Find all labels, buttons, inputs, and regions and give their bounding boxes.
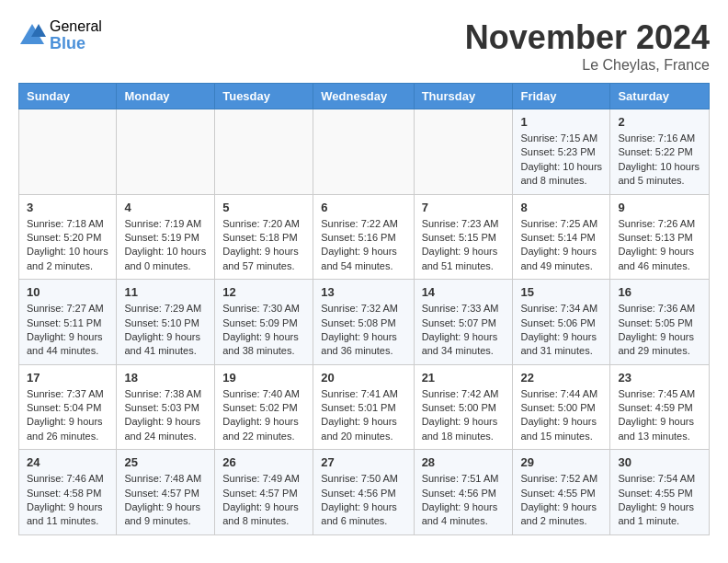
day-of-week-header: Tuesday: [215, 84, 313, 109]
day-info: Daylight: 10 hours and 5 minutes.: [618, 160, 701, 189]
title-section: November 2024 Le Cheylas, France: [465, 18, 710, 74]
calendar-cell: [19, 109, 117, 195]
day-info: Daylight: 9 hours and 24 minutes.: [124, 415, 207, 443]
calendar-cell: 1Sunrise: 7:15 AMSunset: 5:23 PMDaylight…: [513, 109, 610, 195]
day-number: 26: [222, 455, 305, 469]
day-info: Sunrise: 7:54 AM: [618, 472, 701, 486]
calendar-cell: [215, 109, 313, 195]
day-info: Daylight: 9 hours and 46 minutes.: [618, 245, 701, 273]
day-number: 19: [222, 371, 305, 385]
day-info: Sunset: 5:20 PM: [27, 231, 108, 245]
day-info: Daylight: 9 hours and 1 minute.: [618, 500, 701, 529]
day-info: Sunset: 5:03 PM: [124, 401, 207, 415]
calendar-cell: 17Sunrise: 7:37 AMSunset: 5:04 PMDayligh…: [19, 364, 117, 450]
day-number: 29: [520, 455, 602, 469]
day-number: 16: [618, 285, 701, 299]
day-of-week-header: Friday: [513, 84, 610, 109]
day-info: Daylight: 9 hours and 57 minutes.: [222, 245, 305, 273]
day-number: 30: [618, 455, 701, 469]
day-info: Sunset: 5:00 PM: [520, 401, 602, 415]
month-title: November 2024: [465, 18, 710, 57]
logo-blue: Blue: [50, 35, 102, 53]
day-info: Daylight: 9 hours and 2 minutes.: [520, 500, 602, 529]
day-number: 3: [27, 201, 108, 214]
day-info: Daylight: 9 hours and 36 minutes.: [321, 330, 405, 359]
day-info: Sunrise: 7:20 AM: [222, 217, 305, 231]
calendar-cell: [117, 109, 215, 195]
day-number: 21: [422, 371, 506, 385]
calendar-cell: 10Sunrise: 7:27 AMSunset: 5:11 PMDayligh…: [19, 280, 117, 365]
day-info: Sunset: 5:01 PM: [321, 401, 405, 415]
calendar-cell: [313, 109, 414, 195]
day-info: Sunrise: 7:25 AM: [520, 217, 602, 231]
logo-text: General Blue: [50, 18, 102, 52]
day-info: Sunrise: 7:38 AM: [124, 387, 207, 401]
day-number: 1: [520, 115, 602, 129]
day-info: Sunset: 4:55 PM: [520, 487, 602, 500]
day-info: Sunset: 5:04 PM: [27, 401, 108, 415]
day-of-week-header: Thursday: [414, 84, 513, 109]
day-info: Sunset: 5:02 PM: [222, 401, 305, 415]
day-info: Daylight: 9 hours and 20 minutes.: [321, 415, 405, 443]
day-info: Daylight: 9 hours and 34 minutes.: [422, 330, 506, 359]
day-info: Sunset: 5:10 PM: [124, 316, 207, 330]
day-info: Sunset: 5:13 PM: [618, 231, 701, 245]
day-info: Sunrise: 7:30 AM: [222, 302, 305, 316]
calendar-cell: 18Sunrise: 7:38 AMSunset: 5:03 PMDayligh…: [117, 364, 215, 450]
calendar-cell: 3Sunrise: 7:18 AMSunset: 5:20 PMDaylight…: [19, 194, 117, 280]
logo: General Blue: [18, 18, 102, 52]
day-info: Daylight: 9 hours and 49 minutes.: [520, 245, 602, 273]
calendar-cell: 29Sunrise: 7:52 AMSunset: 4:55 PMDayligh…: [513, 450, 610, 535]
location: Le Cheylas, France: [465, 57, 710, 74]
calendar-cell: [414, 109, 513, 195]
day-info: Sunrise: 7:32 AM: [321, 302, 405, 316]
day-info: Daylight: 9 hours and 13 minutes.: [618, 415, 701, 443]
day-info: Sunset: 4:55 PM: [618, 487, 701, 500]
day-info: Daylight: 10 hours and 2 minutes.: [27, 245, 108, 273]
calendar-cell: 16Sunrise: 7:36 AMSunset: 5:05 PMDayligh…: [610, 280, 710, 365]
calendar-cell: 6Sunrise: 7:22 AMSunset: 5:16 PMDaylight…: [313, 194, 414, 280]
calendar-cell: 13Sunrise: 7:32 AMSunset: 5:08 PMDayligh…: [313, 280, 414, 365]
day-info: Sunrise: 7:29 AM: [124, 302, 207, 316]
day-info: Sunset: 5:19 PM: [124, 231, 207, 245]
day-info: Sunrise: 7:33 AM: [422, 302, 506, 316]
calendar-week-row: 17Sunrise: 7:37 AMSunset: 5:04 PMDayligh…: [19, 364, 710, 450]
day-info: Sunrise: 7:52 AM: [520, 472, 602, 486]
day-info: Daylight: 9 hours and 9 minutes.: [124, 500, 207, 529]
calendar-table: SundayMondayTuesdayWednesdayThursdayFrid…: [18, 83, 710, 535]
calendar-cell: 20Sunrise: 7:41 AMSunset: 5:01 PMDayligh…: [313, 364, 414, 450]
day-info: Sunset: 4:56 PM: [321, 487, 405, 500]
calendar-cell: 11Sunrise: 7:29 AMSunset: 5:10 PMDayligh…: [117, 280, 215, 365]
day-info: Sunset: 5:08 PM: [321, 316, 405, 330]
day-info: Sunrise: 7:36 AM: [618, 302, 701, 316]
page-header: General Blue November 2024 Le Cheylas, F…: [18, 18, 710, 74]
calendar-cell: 2Sunrise: 7:16 AMSunset: 5:22 PMDaylight…: [610, 109, 710, 195]
day-of-week-header: Saturday: [610, 84, 710, 109]
day-number: 10: [27, 285, 108, 299]
day-info: Daylight: 9 hours and 18 minutes.: [422, 415, 506, 443]
day-info: Daylight: 10 hours and 8 minutes.: [520, 160, 602, 189]
day-info: Sunset: 4:58 PM: [27, 487, 108, 500]
day-info: Daylight: 9 hours and 41 minutes.: [124, 330, 207, 359]
calendar-cell: 12Sunrise: 7:30 AMSunset: 5:09 PMDayligh…: [215, 280, 313, 365]
calendar-cell: 25Sunrise: 7:48 AMSunset: 4:57 PMDayligh…: [117, 450, 215, 535]
calendar-cell: 27Sunrise: 7:50 AMSunset: 4:56 PMDayligh…: [313, 450, 414, 535]
day-info: Sunset: 5:14 PM: [520, 231, 602, 245]
day-number: 7: [422, 201, 506, 214]
day-info: Sunset: 5:05 PM: [618, 316, 701, 330]
day-number: 9: [618, 201, 701, 214]
day-number: 20: [321, 371, 405, 385]
day-info: Daylight: 9 hours and 51 minutes.: [422, 245, 506, 273]
day-info: Daylight: 9 hours and 38 minutes.: [222, 330, 305, 359]
day-number: 2: [618, 115, 701, 129]
day-number: 18: [124, 371, 207, 385]
day-info: Sunset: 5:06 PM: [520, 316, 602, 330]
day-info: Sunrise: 7:46 AM: [27, 472, 108, 486]
day-of-week-header: Sunday: [19, 84, 117, 109]
calendar-cell: 30Sunrise: 7:54 AMSunset: 4:55 PMDayligh…: [610, 450, 710, 535]
calendar-cell: 4Sunrise: 7:19 AMSunset: 5:19 PMDaylight…: [117, 194, 215, 280]
day-info: Sunset: 5:07 PM: [422, 316, 506, 330]
day-number: 6: [321, 201, 405, 214]
day-info: Sunrise: 7:42 AM: [422, 387, 506, 401]
day-info: Sunset: 5:16 PM: [321, 231, 405, 245]
